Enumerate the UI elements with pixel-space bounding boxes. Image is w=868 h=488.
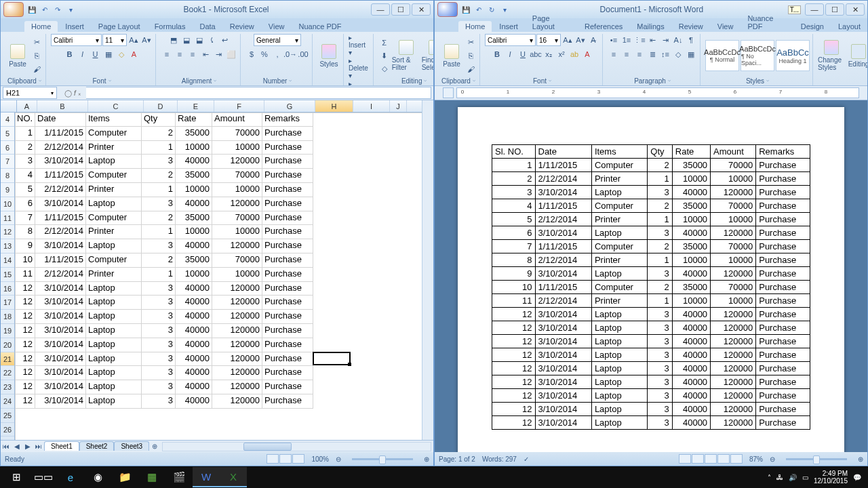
row-header[interactable]: 18 — [1, 310, 14, 324]
ribbon-tab-view[interactable]: View — [262, 21, 292, 32]
cell[interactable]: 10000 — [212, 183, 262, 197]
input-icon[interactable]: ▭ — [802, 474, 808, 481]
cell[interactable]: 40000 — [176, 197, 212, 211]
cell[interactable]: 120000 — [212, 352, 262, 367]
row-header[interactable]: 19 — [1, 324, 14, 338]
cell[interactable]: Purchase — [262, 268, 313, 282]
row-header[interactable]: 15 — [1, 268, 14, 282]
shading-icon[interactable]: ◇ — [672, 48, 684, 60]
cell[interactable]: 3 — [142, 394, 176, 409]
ribbon-tab-home[interactable]: Home — [24, 21, 58, 32]
ribbon-tab-insert[interactable]: Insert — [58, 21, 91, 32]
cell[interactable]: Purchase — [262, 155, 313, 169]
cell[interactable]: 70000 — [212, 253, 262, 268]
cell[interactable]: 2 — [142, 253, 176, 268]
ribbon-tab-references[interactable]: References — [578, 21, 629, 32]
cell[interactable]: 1/11/2015 — [35, 253, 86, 268]
cell[interactable]: 3 — [142, 338, 176, 352]
cell[interactable]: Laptop — [86, 310, 142, 324]
app-icon-2[interactable]: 🎬 — [165, 467, 193, 487]
row-header[interactable]: 12 — [1, 225, 14, 239]
cell[interactable]: Purchase — [262, 380, 313, 394]
cell[interactable]: 40000 — [176, 352, 212, 367]
print-layout-view-icon[interactable] — [679, 454, 691, 464]
cell[interactable]: 120000 — [212, 296, 262, 310]
font-size-combo[interactable]: 11▾ — [102, 34, 127, 46]
save-icon[interactable]: 💾 — [460, 4, 471, 15]
table-row[interactable]: 123/10/2014Laptop340000120000Purchase — [492, 403, 810, 416]
notifications-icon[interactable]: 💬 — [853, 474, 861, 481]
cell[interactable]: 40000 — [176, 239, 212, 253]
sheet-nav-last-icon[interactable]: ⏭ — [33, 443, 44, 450]
zoom-out-icon[interactable]: ⊖ — [770, 455, 775, 463]
app-icon[interactable]: ▦ — [138, 467, 165, 487]
column-header[interactable]: F — [214, 100, 264, 112]
cell[interactable]: 9 — [15, 239, 35, 253]
cell[interactable]: 10000 — [176, 268, 212, 282]
line-spacing-icon[interactable]: ↕≡ — [659, 48, 671, 60]
italic-button[interactable]: I — [504, 48, 516, 60]
cell[interactable]: 40000 — [176, 282, 212, 296]
page-layout-view-icon[interactable] — [279, 454, 292, 464]
table-row[interactable]: 123/10/2014Laptop340000120000Purchase — [492, 416, 810, 430]
formula-input[interactable] — [86, 87, 431, 99]
cell[interactable]: 12 — [15, 310, 35, 324]
underline-button[interactable]: U — [90, 48, 102, 60]
cell[interactable]: 5 — [15, 183, 35, 197]
redo-icon[interactable]: ↷ — [52, 4, 63, 15]
edge-icon[interactable]: e — [57, 467, 84, 487]
ribbon-tab-design[interactable]: Design — [794, 21, 831, 32]
cell[interactable]: 120000 — [212, 310, 262, 324]
align-center-icon[interactable]: ≡ — [174, 48, 186, 60]
cell[interactable]: Qty — [142, 113, 176, 127]
excel-taskbar-icon[interactable]: X — [220, 467, 247, 487]
ribbon-tab-mailings[interactable]: Mailings — [630, 21, 671, 32]
name-box[interactable]: H21▾ — [3, 87, 57, 99]
ribbon-tab-page-layout[interactable]: Page Layout — [92, 21, 147, 32]
highlight-icon[interactable]: ab — [568, 48, 580, 60]
cell[interactable]: 35000 — [176, 253, 212, 268]
redo-icon[interactable]: ↻ — [486, 4, 497, 15]
cell[interactable]: Laptop — [86, 338, 142, 352]
cell[interactable]: 11 — [15, 268, 35, 282]
cell[interactable]: 3 — [142, 310, 176, 324]
cell[interactable]: 3 — [142, 296, 176, 310]
table-row[interactable]: 82/12/2014Printer11000010000Purchase — [492, 253, 810, 267]
cell[interactable]: Laptop — [86, 282, 142, 296]
ribbon-tab-formulas[interactable]: Formulas — [148, 21, 193, 32]
font-color-icon[interactable]: A — [128, 48, 140, 60]
ribbon-tab-layout[interactable]: Layout — [831, 21, 867, 32]
taskbar-clock[interactable]: 2:49 PM 12/10/2015 — [814, 470, 848, 485]
minimize-button[interactable]: — — [371, 3, 390, 16]
sheet-nav-first-icon[interactable]: ⏮ — [1, 443, 12, 450]
number-format-combo[interactable]: General▾ — [254, 34, 301, 46]
ribbon-tab-review[interactable]: Review — [223, 21, 261, 32]
cell[interactable]: 12 — [15, 338, 35, 352]
cell[interactable]: 10 — [15, 253, 35, 268]
cell[interactable]: 3/10/2014 — [35, 352, 86, 367]
cell[interactable]: Purchase — [262, 253, 313, 268]
font-name-combo[interactable]: Calibri▾ — [485, 34, 536, 46]
row-header[interactable]: 5 — [1, 127, 14, 141]
cell[interactable]: 10000 — [212, 141, 262, 155]
cell[interactable]: 10000 — [176, 183, 212, 197]
multilevel-icon[interactable]: ⋮≡ — [633, 34, 646, 46]
horizontal-scrollbar[interactable] — [162, 442, 431, 451]
table-row[interactable]: 52/12/2014Printer11000010000Purchase — [492, 213, 810, 226]
cell[interactable]: Purchase — [262, 338, 313, 352]
table-row[interactable]: 123/10/2014Laptop340000120000Purchase — [492, 362, 810, 375]
new-sheet-icon[interactable]: ⊕ — [149, 443, 160, 450]
cell[interactable]: 1/11/2015 — [35, 169, 86, 183]
cell[interactable]: Purchase — [262, 211, 313, 226]
word-ruler[interactable]: 012345678 — [435, 86, 867, 100]
cell[interactable]: Purchase — [262, 239, 313, 253]
cell[interactable]: Laptop — [86, 197, 142, 211]
align-left-icon[interactable]: ≡ — [161, 48, 173, 60]
outline-view-icon[interactable] — [717, 454, 730, 464]
ribbon-tab-insert[interactable]: Insert — [492, 21, 525, 32]
cell[interactable]: 120000 — [212, 197, 262, 211]
cell[interactable]: 3 — [142, 155, 176, 169]
cell[interactable]: 1/11/2015 — [35, 211, 86, 226]
normal-view-icon[interactable] — [267, 454, 279, 464]
cell[interactable]: 2 — [15, 141, 35, 155]
